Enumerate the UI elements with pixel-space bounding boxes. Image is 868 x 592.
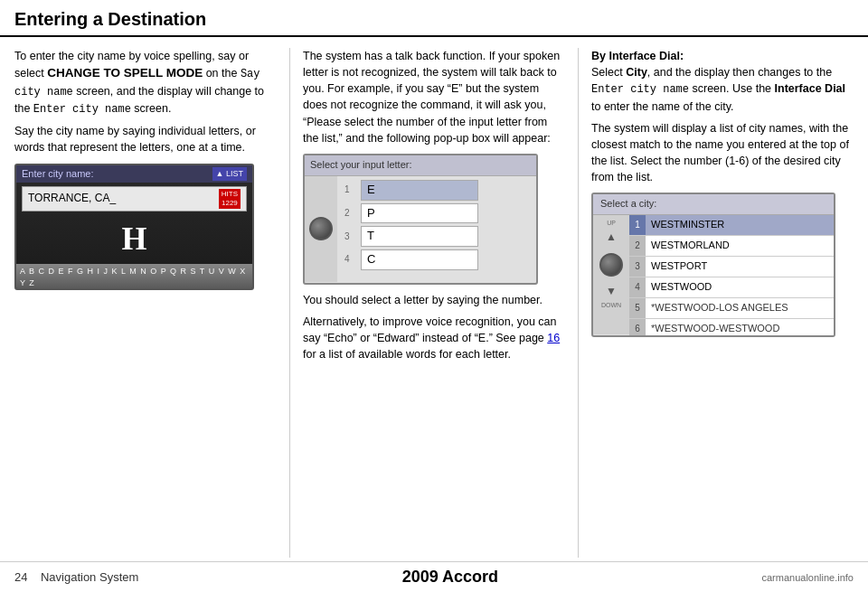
col-right: By Interface Dial: Select City, and the … [578, 48, 854, 558]
sls-row-4: 4 C [344, 249, 529, 270]
ecn-header: Enter city name: ▲ LIST [16, 165, 252, 183]
sls-letter-p[interactable]: P [361, 203, 478, 224]
sls-list-col: 1 E 2 P 3 T 4 C [337, 176, 536, 282]
sc-arrow-up[interactable]: ▲ [606, 230, 617, 245]
right-para2: The system will display a list of city n… [591, 120, 854, 186]
sc-row-4: 4 WESTWOOD [629, 277, 834, 298]
sc-city-1[interactable]: WESTMINSTER [646, 215, 834, 235]
col-left: To enter the city name by voice spelling… [14, 48, 277, 558]
sls-letter-e[interactable]: E [361, 180, 478, 201]
sc-city-6[interactable]: *WESTWOOD-WESTWOOD [646, 319, 834, 337]
footer-center: 2009 Accord [402, 568, 498, 587]
sc-city-5[interactable]: *WESTWOOD-LOS ANGELES [646, 298, 834, 318]
sls-header: Select your input letter: [305, 155, 536, 176]
mid-para1: The system has a talk back function. If … [303, 48, 565, 146]
sc-city-4[interactable]: WESTWOOD [646, 277, 834, 297]
select-city-screen: Select a city: UP ▲ ▼ DOWN 1 WESTMINSTER [591, 193, 835, 337]
footer-right: carmanualonline.info [761, 572, 854, 583]
sc-header: Select a city: [593, 194, 834, 215]
sc-knob[interactable] [599, 253, 623, 277]
main-content: To enter the city name by voice spelling… [0, 37, 868, 558]
select-letter-screen: Select your input letter: 1 E 2 P [303, 154, 538, 285]
sls-knob-col [305, 176, 337, 282]
hits-box: HITS 1229 [219, 189, 241, 208]
left-para2: Say the city name by saying individual l… [14, 123, 277, 155]
enter-city-screen: Enter city name: ▲ LIST TORRANCE, CA_ HI… [14, 164, 254, 290]
sls-letter-c[interactable]: C [361, 249, 478, 270]
mid-para2: You should select a letter by saying the… [303, 292, 565, 308]
page-header: Entering a Destination [0, 0, 868, 37]
sls-row-3: 3 T [344, 226, 529, 247]
sc-city-2[interactable]: WESTMORLAND [646, 236, 834, 256]
mid-para3: Alternatively, to improve voice recognit… [303, 314, 565, 362]
ecn-big-letter: H [16, 213, 252, 264]
sls-body: 1 E 2 P 3 T 4 C [305, 176, 536, 282]
sc-body: UP ▲ ▼ DOWN 1 WESTMINSTER 2 WESTMO [593, 215, 834, 334]
right-para1: By Interface Dial: Select City, and the … [591, 48, 854, 115]
sls-row-2: 2 P [344, 203, 529, 224]
sc-arrow-down[interactable]: ▼ [606, 284, 617, 299]
sc-row-1: 1 WESTMINSTER [629, 215, 834, 236]
knob[interactable] [309, 217, 333, 240]
page-link[interactable]: 16 [547, 332, 560, 344]
sc-row-5: 5 *WESTWOOD-LOS ANGELES [629, 298, 834, 319]
sc-left: UP ▲ ▼ DOWN [593, 215, 629, 334]
sc-row-3: 3 WESTPORT [629, 257, 834, 277]
sls-letter-t[interactable]: T [361, 226, 478, 247]
page-title: Entering a Destination [14, 9, 206, 29]
ecn-keyboard: A B C D E F G H I J K L M N O P Q R S T … [16, 264, 252, 290]
sc-row-2: 2 WESTMORLAND [629, 236, 834, 257]
sc-city-3[interactable]: WESTPORT [646, 257, 834, 277]
col-mid: The system has a talk back function. If … [289, 48, 565, 558]
ecn-input-bar: TORRANCE, CA_ HITS 1229 [22, 186, 247, 211]
footer-left: 24 Navigation System [14, 570, 138, 584]
sc-row-6: 6 *WESTWOOD-WESTWOOD [629, 319, 834, 337]
left-para1: To enter the city name by voice spelling… [14, 48, 277, 117]
page-footer: 24 Navigation System 2009 Accord carmanu… [0, 561, 868, 592]
sls-row-1: 1 E [344, 180, 529, 201]
sc-list-col: 1 WESTMINSTER 2 WESTMORLAND 3 WESTPORT [629, 215, 834, 334]
